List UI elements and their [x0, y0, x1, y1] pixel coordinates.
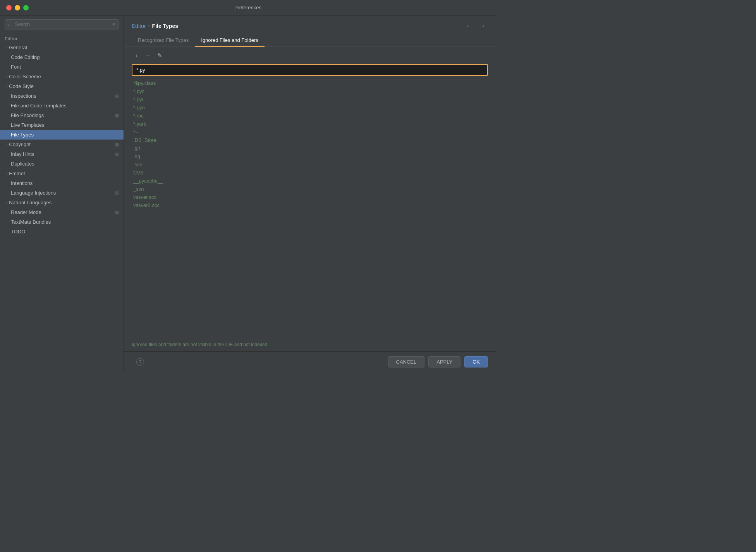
sidebar-item-todo[interactable]: TODO — [0, 227, 124, 236]
sidebar-item-label: File Encodings — [11, 112, 113, 118]
sidebar-item-reader-mode[interactable]: Reader Mode▦ — [0, 207, 124, 217]
sidebar-item-general[interactable]: ›General — [0, 43, 124, 52]
list-item[interactable]: .git — [132, 144, 488, 152]
sidebar-item-language-injections[interactable]: Language Injections▦ — [0, 188, 124, 198]
sidebar-item-duplicates[interactable]: Duplicates — [0, 159, 124, 169]
sidebar-item-label: File Types — [11, 132, 119, 138]
maximize-button[interactable] — [23, 5, 29, 10]
cancel-button[interactable]: CANCEL — [388, 356, 425, 367]
list-item[interactable]: .DS_Store — [132, 136, 488, 144]
list-item[interactable]: _svn — [132, 185, 488, 193]
sidebar-item-label: Font — [11, 64, 119, 70]
help-area: ? — [132, 358, 149, 366]
file-type-input-row — [124, 64, 496, 78]
list-item[interactable]: .svn — [132, 160, 488, 169]
window-title: Preferences — [234, 5, 261, 10]
sidebar-item-label: Emmet — [9, 171, 119, 176]
back-arrow-icon[interactable]: ← — [463, 22, 474, 30]
sidebar-item-intentions[interactable]: Intentions — [0, 178, 124, 188]
sidebar-item-inlay-hints[interactable]: Inlay Hints▦ — [0, 149, 124, 159]
list-item[interactable]: *.pyi — [132, 95, 488, 104]
grid-icon: ▦ — [115, 210, 119, 215]
apply-button[interactable]: APPLY — [428, 356, 460, 367]
sidebar-item-file-encodings[interactable]: File Encodings▦ — [0, 110, 124, 120]
sidebar-item-label: Duplicates — [11, 161, 119, 167]
grid-icon: ▦ — [115, 142, 119, 147]
clear-search-icon[interactable]: ✕ — [112, 22, 116, 27]
sidebar-item-textmate-bundles[interactable]: TextMate Bundles — [0, 217, 124, 227]
list-item[interactable]: *.yarb — [132, 120, 488, 128]
sidebar-item-label: Live Templates — [11, 122, 119, 128]
sidebar-item-copyright[interactable]: ›Copyright▦ — [0, 140, 124, 149]
sidebar: ⌕ ✕ Editor ›GeneralCode EditingFont›Colo… — [0, 16, 124, 372]
content-header: Editor › File Types ← → — [124, 16, 496, 30]
window-controls — [6, 5, 29, 10]
chevron-icon: › — [6, 200, 7, 205]
forward-arrow-icon[interactable]: → — [477, 22, 488, 30]
grid-icon: ▦ — [115, 93, 119, 98]
sidebar-item-live-templates[interactable]: Live Templates — [0, 120, 124, 130]
list-item[interactable]: .hg — [132, 152, 488, 160]
grid-icon: ▦ — [115, 190, 119, 195]
sidebar-item-label: Reader Mode — [11, 209, 113, 215]
search-input[interactable] — [5, 19, 119, 29]
list-item[interactable]: __pycache__ — [132, 177, 488, 185]
sidebar-item-font[interactable]: Font — [0, 62, 124, 72]
list-item[interactable]: *.rbc — [132, 112, 488, 120]
grid-icon: ▦ — [115, 152, 119, 157]
sidebar-item-label: TODO — [11, 229, 119, 235]
title-bar: Preferences — [0, 0, 496, 16]
sidebar-item-natural-languages[interactable]: ›Natural Languages — [0, 198, 124, 207]
dialog-footer: ? CANCEL APPLY OK — [124, 351, 496, 372]
sidebar-item-color-scheme[interactable]: ›Color Scheme — [0, 72, 124, 81]
toolbar: + − ✎ — [124, 47, 496, 64]
sidebar-item-label: TextMate Bundles — [11, 219, 119, 225]
sidebar-item-emmet[interactable]: ›Emmet — [0, 169, 124, 178]
sidebar-item-label: General — [9, 45, 119, 50]
close-button[interactable] — [6, 5, 12, 10]
minimize-button[interactable] — [15, 5, 20, 10]
edit-button[interactable]: ✎ — [155, 51, 164, 60]
sidebar-item-inspections[interactable]: Inspections▦ — [0, 91, 124, 101]
sidebar-item-label: Code Style — [9, 83, 119, 89]
sidebar-item-label: Color Scheme — [9, 74, 119, 79]
add-button[interactable]: + — [132, 51, 141, 60]
list-item[interactable]: *.pyo — [132, 104, 488, 112]
chevron-icon: › — [6, 142, 7, 147]
sidebar-item-file-and-code-templates[interactable]: File and Code Templates — [0, 101, 124, 110]
sidebar-item-code-style[interactable]: ›Code Style — [0, 81, 124, 91]
search-icon: ⌕ — [8, 22, 10, 27]
sidebar-item-label: Natural Languages — [9, 200, 119, 205]
sidebar-item-label: Copyright — [9, 141, 113, 147]
tabs: Recognized File Types Ignored Files and … — [124, 30, 496, 47]
chevron-icon: › — [6, 45, 7, 50]
content-area: Editor › File Types ← → Recognized File … — [124, 16, 496, 372]
sidebar-item-label: File and Code Templates — [11, 103, 119, 109]
sidebar-item-label: Language Injections — [11, 190, 113, 196]
list-item[interactable]: *.pyc — [132, 87, 488, 95]
ok-button[interactable]: OK — [464, 356, 488, 367]
footer-note: Ignored files and folders are not visibl… — [124, 340, 496, 351]
tab-recognized[interactable]: Recognized File Types — [132, 35, 195, 47]
sidebar-item-file-types[interactable]: File Types — [0, 130, 124, 140]
sidebar-scroll: ›GeneralCode EditingFont›Color Scheme›Co… — [0, 43, 124, 372]
chevron-icon: › — [6, 84, 7, 88]
list-item[interactable]: vssver2.scc — [132, 201, 488, 209]
breadcrumb: Editor › File Types — [132, 23, 178, 29]
sidebar-item-label: Inlay Hints — [11, 151, 113, 157]
remove-button[interactable]: − — [143, 51, 153, 60]
sidebar-item-label: Inspections — [11, 93, 113, 99]
breadcrumb-parent[interactable]: Editor — [132, 23, 146, 29]
file-list: *$py.class*.pyc*.pyi*.pyo*.rbc*.yarb*~.D… — [124, 78, 496, 340]
list-item[interactable]: CVS — [132, 169, 488, 177]
sidebar-item-code-editing[interactable]: Code Editing — [0, 52, 124, 62]
sidebar-section-label: Editor — [0, 33, 124, 43]
help-button[interactable]: ? — [136, 358, 144, 366]
file-type-input[interactable] — [132, 64, 488, 76]
list-item[interactable]: vssver.scc — [132, 193, 488, 201]
nav-arrows: ← → — [463, 22, 488, 30]
list-item[interactable]: *$py.class — [132, 79, 488, 87]
list-item[interactable]: *~ — [132, 128, 488, 136]
tab-ignored[interactable]: Ignored Files and Folders — [195, 35, 264, 47]
chevron-icon: › — [6, 171, 7, 176]
